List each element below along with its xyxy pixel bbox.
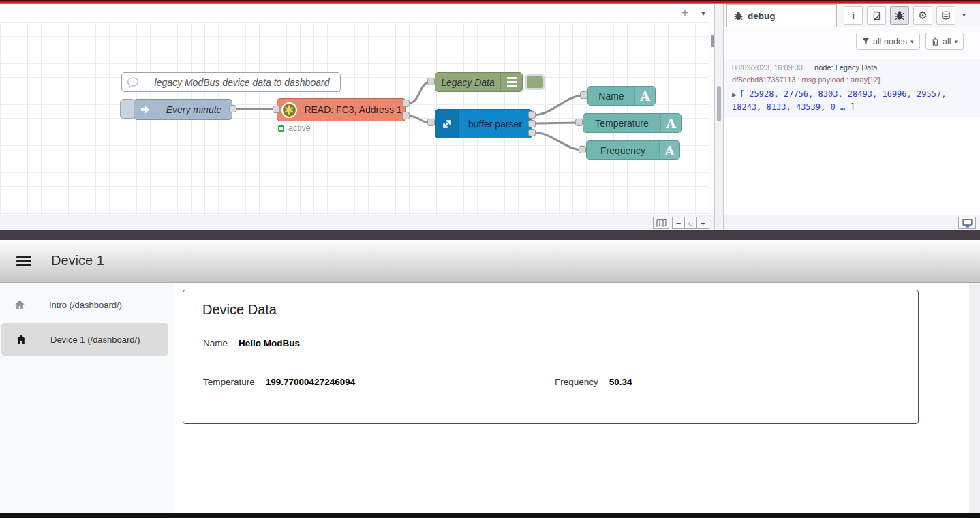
nav-item-device-1[interactable]: Device 1 (/dashboard/)	[1, 323, 168, 356]
buffer-parser-label: buffer parser	[459, 110, 532, 138]
port[interactable]	[528, 120, 536, 127]
home-icon	[14, 299, 26, 311]
debug-node-label: Legacy Data	[435, 73, 500, 91]
ui-text-node-temperature[interactable]: Temperature A	[583, 113, 682, 133]
inject-node[interactable]: Every minute	[134, 99, 232, 120]
navigator-button[interactable]	[653, 217, 669, 229]
modbus-read-node[interactable]: READ: FC3, Address 1	[277, 98, 406, 121]
debug-toggle-button[interactable]	[525, 74, 545, 90]
comment-label: legacy ModBus device data to dashboard	[144, 73, 340, 91]
tab-help-button[interactable]	[867, 6, 886, 25]
tab-debug[interactable]: debug	[726, 4, 837, 27]
open-debug-window-button[interactable]	[958, 217, 976, 229]
flow-canvas[interactable]: legacy ModBus device data to dashboard E…	[0, 22, 709, 215]
info-icon: i	[852, 10, 855, 21]
inject-trigger-button[interactable]	[120, 99, 135, 119]
zoom-in-button[interactable]: +	[696, 217, 709, 229]
tab-debug-button[interactable]	[890, 6, 909, 25]
port[interactable]	[579, 146, 586, 153]
nav-item-intro[interactable]: Intro (/dashboard/)	[0, 288, 170, 321]
frequency-label: Frequency	[555, 377, 598, 387]
dashboard-body: Intro (/dashboard/) Device 1 (/dashboard…	[0, 283, 980, 513]
debug-sidebar: debug i	[724, 4, 980, 230]
trash-icon	[932, 37, 939, 46]
monitor-icon	[962, 219, 973, 228]
clear-messages-button[interactable]: all ▾	[925, 33, 964, 50]
gear-icon: ⚙	[918, 10, 928, 21]
tab-config-button[interactable]: ⚙	[913, 6, 932, 25]
caret-down-icon: ▾	[910, 38, 914, 45]
card-title: Device Data	[202, 302, 277, 318]
canvas-footer: − ○ +	[0, 215, 714, 230]
sidebar-splitter[interactable]	[714, 4, 724, 230]
temperature-label: Temperature	[203, 377, 255, 387]
debug-footer	[724, 215, 980, 230]
flow-list-chevron-icon[interactable]: ▾	[696, 8, 710, 19]
buffer-parser-node[interactable]: buffer parser	[435, 109, 532, 138]
port[interactable]	[580, 91, 587, 99]
port[interactable]	[402, 112, 410, 119]
zoom-out-button[interactable]: −	[672, 217, 685, 229]
nav-item-label: Device 1 (/dashboard/)	[50, 335, 140, 345]
ui-text-label: Name	[588, 87, 634, 105]
tab-debug-label: debug	[748, 11, 776, 21]
canvas-vertical-scrollbar[interactable]	[709, 22, 714, 215]
port[interactable]	[229, 105, 236, 112]
device-data-card: Device Data Name Hello ModBus Temperatur…	[183, 290, 919, 424]
dashboard-sidebar: Intro (/dashboard/) Device 1 (/dashboard…	[0, 283, 174, 513]
splitter-handle[interactable]	[717, 86, 721, 121]
ui-text-label: Temperature	[583, 114, 660, 132]
name-value: Hello ModBus	[239, 338, 300, 348]
port[interactable]	[528, 111, 536, 119]
comment-node[interactable]: legacy ModBus device data to dashboard	[121, 72, 341, 92]
zoom-reset-button[interactable]: ○	[684, 217, 697, 229]
name-label: Name	[203, 338, 228, 348]
scrollbar-thumb[interactable]	[711, 35, 714, 47]
comment-bubble-icon	[122, 73, 144, 91]
expand-arrows-icon	[435, 110, 459, 138]
debug-message[interactable]: 08/09/2023, 16:09:30 node: Legacy Data d…	[724, 59, 980, 117]
modbus-icon	[277, 99, 301, 121]
message-timestamp: 08/09/2023, 16:09:30	[732, 63, 803, 72]
ui-text-node-frequency[interactable]: Frequency A	[586, 140, 680, 160]
text-a-icon: A	[659, 141, 679, 159]
port[interactable]	[427, 78, 435, 85]
bug-icon	[734, 12, 743, 20]
nav-item-label: Intro (/dashboard/)	[49, 300, 122, 310]
dashboard-header: Device 1	[0, 240, 980, 283]
port[interactable]	[273, 106, 280, 113]
database-icon	[941, 11, 951, 20]
message-payload[interactable]: [ 25928, 27756, 8303, 28493, 16996, 2955…	[732, 89, 946, 112]
inject-label: Every minute	[156, 100, 232, 119]
menu-hamburger-icon[interactable]	[16, 256, 31, 266]
status-ring-icon	[278, 125, 284, 132]
tab-context-button[interactable]	[936, 6, 955, 25]
port[interactable]	[528, 129, 536, 136]
flow-tabbar: + ▾	[0, 4, 714, 22]
expand-payload-icon[interactable]: ▶	[732, 91, 737, 98]
book-icon	[872, 11, 881, 20]
dashboard-page-title: Device 1	[51, 253, 104, 269]
dashboard-scroll-gutter[interactable]	[969, 283, 980, 513]
ui-text-label: Frequency	[587, 141, 659, 159]
map-icon	[656, 219, 667, 227]
debug-toolbar: all nodes ▾ all ▾	[724, 27, 980, 57]
tab-info-button[interactable]: i	[844, 6, 863, 25]
sidebar-menu-chevron-icon[interactable]: ▾	[962, 11, 966, 18]
port[interactable]	[402, 100, 410, 107]
bottom-black-bar	[0, 513, 980, 518]
port[interactable]	[575, 119, 583, 126]
debug-node-legacy-data[interactable]: Legacy Data	[435, 72, 523, 92]
window-separator-bar	[0, 230, 980, 240]
message-meta: df8ecbd817357113 : msg.payload : array[1…	[732, 76, 973, 84]
port[interactable]	[427, 119, 435, 126]
filter-nodes-button[interactable]: all nodes ▾	[856, 33, 920, 50]
filter-label: all nodes	[873, 37, 907, 46]
debug-list-icon	[500, 73, 522, 91]
ui-text-node-name[interactable]: Name A	[587, 86, 656, 106]
frequency-value: 50.34	[609, 377, 632, 387]
add-flow-button[interactable]: +	[676, 6, 694, 20]
text-a-icon: A	[634, 87, 655, 105]
message-node-ref[interactable]: node: Legacy Data	[814, 63, 877, 72]
inject-arrow-icon	[134, 100, 156, 119]
